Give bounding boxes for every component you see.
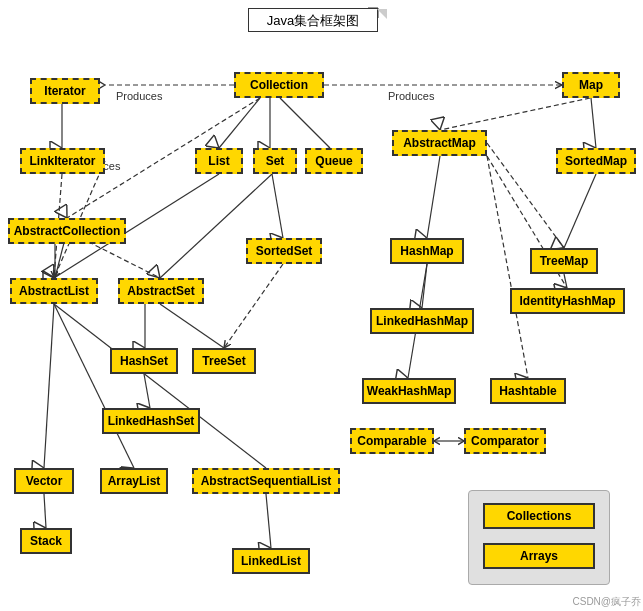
linkedhashmap-node: LinkedHashMap	[370, 308, 474, 334]
map-node: Map	[562, 72, 620, 98]
svg-line-36	[487, 156, 528, 378]
linkedlist-node: LinkedList	[232, 548, 310, 574]
treeset-node: TreeSet	[192, 348, 256, 374]
hashset-node: HashSet	[110, 348, 178, 374]
svg-line-28	[144, 374, 150, 408]
svg-line-7	[219, 98, 260, 148]
arraylist-node: ArrayList	[100, 468, 168, 494]
abstractmap-node: AbstractMap	[392, 130, 487, 156]
abstractset-node: AbstractSet	[118, 278, 204, 304]
watermark: CSDN@疯子乔	[573, 595, 642, 609]
weakhashmap-node: WeakHashMap	[362, 378, 456, 404]
iterator-node: Iterator	[30, 78, 100, 104]
produces-label-2: Produces	[388, 90, 434, 102]
diagram-container: Java集合框架图 Produces Produces Produces Col…	[0, 0, 643, 611]
svg-line-32	[44, 494, 46, 528]
svg-line-29	[44, 304, 54, 468]
svg-line-24	[422, 264, 427, 308]
svg-line-19	[427, 156, 440, 238]
svg-line-33	[266, 494, 271, 548]
svg-line-10	[440, 98, 590, 130]
svg-line-23	[224, 264, 283, 348]
identityhashmap-node: IdentityHashMap	[510, 288, 625, 314]
abstractsequentiallist-node: AbstractSequentialList	[192, 468, 340, 494]
list-node: List	[195, 148, 243, 174]
svg-line-9	[280, 98, 330, 148]
produces-label-1: Produces	[116, 90, 162, 102]
abstractlist-node: AbstractList	[10, 278, 98, 304]
comparator-node: Comparator	[464, 428, 546, 454]
abstractcollection-node: AbstractCollection	[8, 218, 126, 244]
sortedmap-node: SortedMap	[556, 148, 636, 174]
title-node: Java集合框架图	[248, 8, 378, 32]
hashmap-node: HashMap	[390, 238, 464, 264]
linkiterator-node: LinkIterator	[20, 148, 105, 174]
legend-box: Collections Arrays	[468, 490, 610, 585]
stack-node: Stack	[20, 528, 72, 554]
svg-line-11	[591, 98, 596, 148]
collections-node: Collections	[483, 503, 595, 529]
arrays-node: Arrays	[483, 543, 595, 569]
hashtable-node: Hashtable	[490, 378, 566, 404]
svg-line-26	[564, 274, 567, 288]
collection-node: Collection	[234, 72, 324, 98]
set-node: Set	[253, 148, 297, 174]
vector-node: Vector	[14, 468, 74, 494]
comparable-node: Comparable	[350, 428, 434, 454]
svg-line-25	[487, 143, 564, 248]
linkedhashset-node: LinkedHashSet	[102, 408, 200, 434]
queue-node: Queue	[305, 148, 363, 174]
treemap-node: TreeMap	[530, 248, 598, 274]
svg-line-30	[54, 304, 134, 468]
svg-line-18	[272, 174, 283, 238]
sortedset-node: SortedSet	[246, 238, 322, 264]
svg-line-20	[564, 174, 596, 248]
svg-line-31	[54, 304, 266, 468]
svg-line-22	[160, 304, 224, 348]
